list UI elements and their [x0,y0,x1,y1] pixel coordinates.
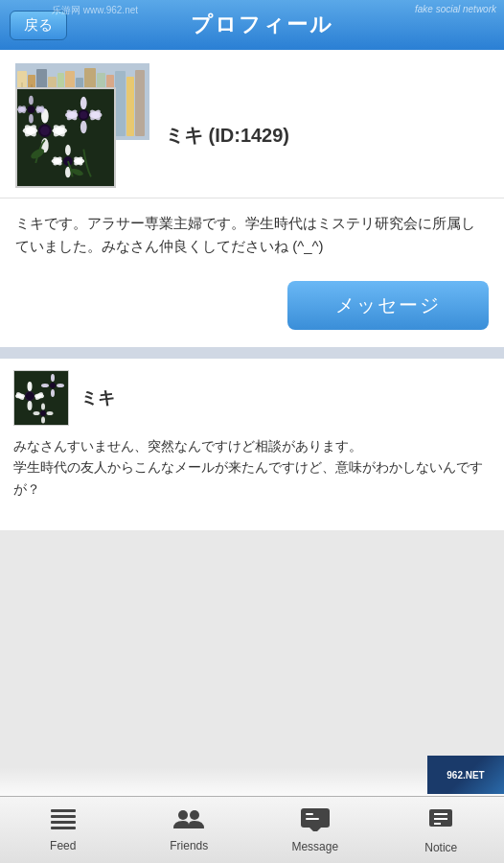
svg-point-78 [40,410,46,416]
nav-label-notice: Notice [424,841,457,854]
svg-rect-81 [51,821,76,824]
bio-section: ミキです。アラサー専業主婦です。学生時代はミステリ研究会に所属していました。みな… [0,198,504,271]
friends-icon [172,807,206,837]
fake-social-label: fake social network [415,4,496,14]
svg-marker-86 [309,828,321,831]
svg-point-40 [65,145,71,156]
svg-point-83 [178,810,188,820]
svg-rect-12 [126,77,134,136]
bottom-nav: Feed Friends Message [0,796,504,863]
post-content: みなさんすいません、突然なんですけど相談があります。学生時代の友人からこんなメー… [13,435,491,519]
svg-rect-79 [51,809,76,812]
nav-item-notice[interactable]: Notice [378,797,505,863]
svg-point-50 [29,114,34,124]
svg-point-75 [41,417,45,424]
svg-point-72 [57,384,64,387]
svg-rect-11 [115,71,126,136]
svg-point-77 [47,411,54,415]
svg-rect-13 [135,70,145,136]
svg-point-39 [80,111,87,119]
svg-point-63 [28,401,33,410]
bio-text: ミキです。アラサー専業主婦です。学生時代はミステリ研究会に所属していました。みな… [15,212,489,258]
svg-point-29 [40,126,50,135]
nav-label-message: Message [291,840,338,853]
svg-point-71 [41,384,49,387]
svg-point-62 [28,382,33,391]
logo-overlay: 962.NET [427,756,504,794]
profile-header: BOOK TEXT [0,50,504,198]
section-separator [0,347,504,359]
svg-rect-88 [306,818,319,820]
svg-point-31 [80,121,87,133]
feed-icon [49,807,78,837]
profile-username: ミキ (ID:1429) [165,123,489,149]
svg-point-30 [80,97,87,109]
message-button-container: メッセージ [0,271,504,347]
svg-point-84 [190,810,199,820]
watermark: 乐游网 www.962.net [52,4,138,17]
nav-label-feed: Feed [50,839,76,852]
svg-point-49 [29,96,34,105]
nav-item-feed[interactable]: Feed [0,797,126,863]
post-section: ミキ みなさんすいません、突然なんですけど相談があります。学生時代の友人からこん… [0,359,504,530]
nav-label-friends: Friends [170,839,208,852]
top-bar: 戻る プロフィール 乐游网 www.962.net fake social ne… [0,0,504,50]
profile-avatar [15,87,116,188]
cover-photo: BOOK TEXT [15,63,149,188]
svg-point-70 [51,389,55,397]
profile-section: BOOK TEXT [0,50,504,347]
svg-point-69 [51,374,55,382]
svg-point-57 [28,105,35,113]
post-header: ミキ [13,370,491,426]
svg-rect-82 [51,827,76,829]
svg-rect-87 [306,813,313,815]
svg-rect-80 [51,815,76,818]
svg-point-74 [41,404,45,410]
post-avatar [13,370,69,426]
notice-icon [427,805,454,839]
nav-item-message[interactable]: Message [252,797,378,863]
profile-info: ミキ (ID:1429) [165,104,489,149]
svg-point-73 [50,383,56,388]
nav-item-friends[interactable]: Friends [126,797,253,863]
logo-text: 962.NET [447,770,484,781]
svg-point-76 [34,411,40,415]
message-icon [300,806,331,838]
post-username: ミキ [80,386,115,409]
message-button[interactable]: メッセージ [287,281,489,330]
svg-point-68 [26,392,34,400]
